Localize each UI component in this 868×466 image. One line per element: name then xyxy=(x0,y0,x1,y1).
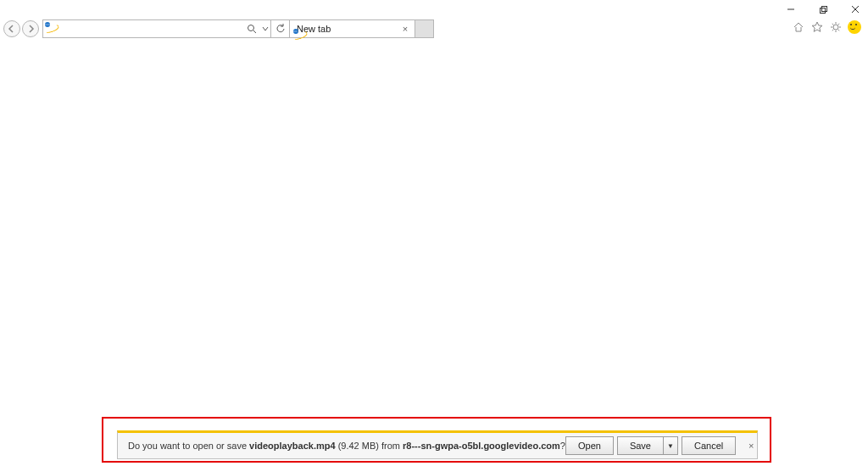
save-dropdown-button[interactable]: ▼ xyxy=(663,436,678,455)
refresh-button[interactable] xyxy=(271,19,290,38)
new-tab-button[interactable] xyxy=(415,19,434,38)
tab-title: New tab xyxy=(297,24,396,34)
tools-icon[interactable] xyxy=(829,20,843,34)
annotation-highlight: Do you want to open or save videoplaybac… xyxy=(102,417,771,463)
favorites-icon[interactable] xyxy=(810,20,824,34)
tab-new-tab[interactable]: New tab × xyxy=(290,19,415,38)
open-button[interactable]: Open xyxy=(565,436,614,455)
svg-rect-1 xyxy=(820,8,825,13)
svg-point-5 xyxy=(248,25,254,31)
minimize-button[interactable] xyxy=(785,3,797,15)
cancel-button[interactable]: Cancel xyxy=(682,436,736,455)
svg-point-7 xyxy=(833,25,838,30)
home-icon[interactable] xyxy=(792,20,805,34)
window-controls xyxy=(785,3,861,15)
download-host: r8---sn-gwpa-o5bl.googlevideo.com xyxy=(403,441,560,451)
address-controls xyxy=(243,20,270,37)
address-input[interactable] xyxy=(43,20,243,37)
download-filename: videoplayback.mp4 xyxy=(249,441,336,451)
address-bar[interactable] xyxy=(42,19,271,38)
maximize-button[interactable] xyxy=(817,3,829,15)
download-actions: Open Save ▼ Cancel × xyxy=(565,436,760,455)
download-close-button[interactable]: × xyxy=(743,437,760,454)
download-notification-bar: Do you want to open or save videoplaybac… xyxy=(117,430,758,459)
svg-rect-2 xyxy=(821,6,826,11)
command-bar xyxy=(792,20,861,34)
save-button[interactable]: Save xyxy=(617,436,663,455)
address-dropdown-icon[interactable] xyxy=(260,20,270,37)
feedback-icon[interactable] xyxy=(848,20,861,34)
toolbar: New tab × xyxy=(0,19,868,39)
window-close-button[interactable] xyxy=(849,3,861,15)
ie-logo-icon xyxy=(45,22,58,36)
svg-line-6 xyxy=(253,31,256,33)
tab-close-button[interactable]: × xyxy=(399,24,411,34)
forward-button[interactable] xyxy=(22,20,39,37)
back-button[interactable] xyxy=(3,20,20,37)
search-icon[interactable] xyxy=(243,20,260,37)
download-prompt-text: Do you want to open or save videoplaybac… xyxy=(128,441,565,451)
